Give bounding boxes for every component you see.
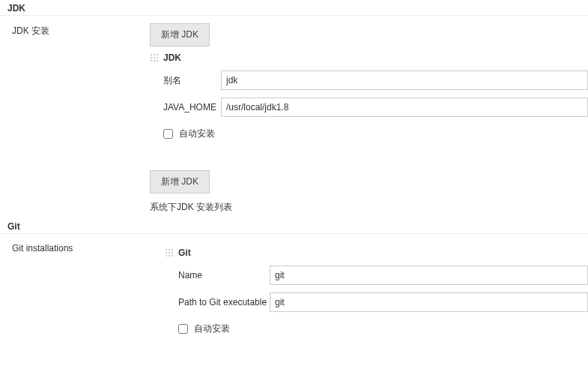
git-path-input[interactable] [270,292,588,312]
jdk-alias-label: 别名 [150,74,221,87]
svg-point-6 [151,60,152,62]
git-name-input[interactable] [270,266,588,285]
jdk-javahome-input[interactable] [221,98,588,117]
jdk-alias-row: 别名 [150,70,588,90]
git-item-header: Git [165,248,588,258]
jdk-autoinstall-checkbox[interactable] [163,129,173,139]
git-section-title: Git [0,218,588,234]
jdk-autoinstall-label: 自动安装 [179,128,215,140]
git-install-row: Git installations Git Name Path to Git e… [0,234,588,335]
svg-point-8 [157,60,158,62]
git-name-row: Name [165,266,588,285]
jdk-javahome-label: JAVA_HOME [150,102,221,112]
git-installations-label: Git installations [0,234,150,254]
git-autoinstall-row: 自动安装 [165,322,588,335]
jdk-install-row: JDK 安装 新增 JDK JDK 别名 JAVA_HOME 自动安装 [0,16,588,214]
svg-point-4 [154,57,155,58]
svg-point-11 [172,249,173,250]
svg-point-17 [172,255,173,256]
svg-point-5 [157,57,158,58]
svg-point-2 [157,54,158,56]
git-item-title: Git [178,248,191,258]
jdk-alias-input[interactable] [221,70,588,90]
git-path-row: Path to Git executable [165,292,588,312]
git-install-content: Git Name Path to Git executable 自动安装 [150,234,588,335]
jdk-system-list-hint: 系统下JDK 安装列表 [150,201,588,214]
svg-point-13 [169,252,170,254]
add-jdk-button[interactable]: 新增 JDK [150,23,210,46]
svg-point-0 [151,54,152,56]
svg-point-16 [169,255,170,256]
drag-icon[interactable] [150,53,159,62]
svg-point-1 [154,54,155,56]
svg-point-3 [151,57,152,58]
add-jdk-button-2[interactable]: 新增 JDK [150,170,210,194]
git-autoinstall-label: 自动安装 [194,322,230,335]
svg-point-15 [166,255,167,256]
git-path-label: Path to Git executable [165,297,270,308]
svg-point-9 [166,249,167,250]
svg-point-10 [169,249,170,250]
git-autoinstall-checkbox[interactable] [178,324,188,334]
jdk-section-title: JDK [0,0,588,16]
drag-icon[interactable] [165,248,174,257]
jdk-item-title: JDK [163,52,181,63]
jdk-autoinstall-row: 自动安装 [150,128,588,140]
jdk-javahome-row: JAVA_HOME [150,98,588,117]
git-name-label: Name [165,270,270,280]
svg-point-14 [172,252,173,254]
svg-point-7 [154,60,155,62]
svg-point-12 [166,252,167,254]
jdk-item-header: JDK [150,52,588,63]
jdk-install-content: 新增 JDK JDK 别名 JAVA_HOME 自动安装 新增 JDK [150,16,588,214]
jdk-install-label: JDK 安装 [0,16,150,38]
